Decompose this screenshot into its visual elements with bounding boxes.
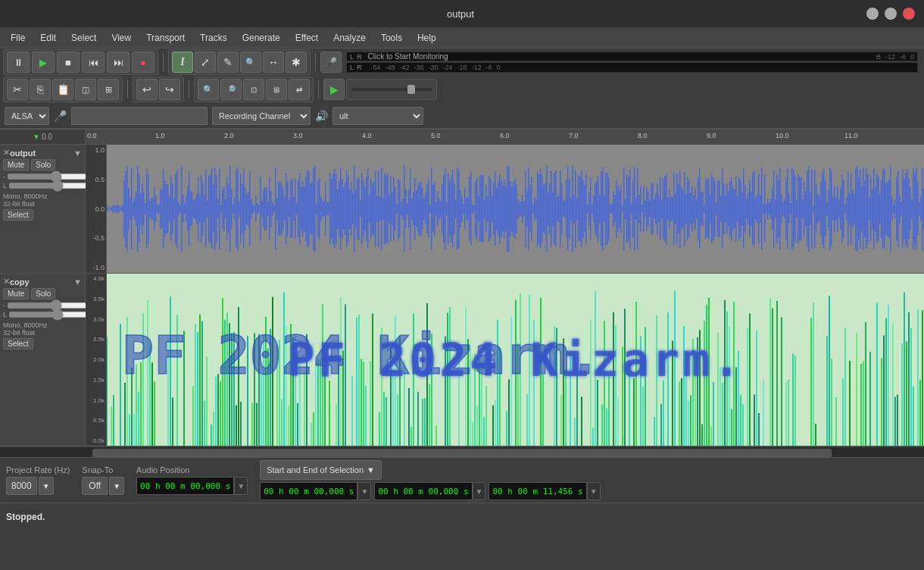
tools-toolbar: I ⤢ ✎ 🔍 ↔ ✱ [168, 49, 311, 75]
playback-device-select[interactable]: ult [332, 107, 423, 125]
track-copy-dropdown[interactable]: ▼ [73, 277, 82, 287]
select-tool-button[interactable]: I [172, 52, 193, 73]
timeline-origin: 0.0 [42, 133, 52, 141]
zoom-in-button[interactable]: 🔍 [198, 79, 219, 100]
timeshift-tool-button[interactable]: ↔ [263, 52, 284, 73]
spectrogram-canvas [107, 274, 924, 446]
selection-duration-time[interactable]: 00 h 00 m 11,456 s [489, 482, 586, 500]
separator1 [163, 53, 164, 71]
toolbar-row2: ✂ ⎘ 📋 ◫ ⊞ ↩ ↪ 🔍 🔎 ⊡ ⊞ ⇄ ▶ [0, 76, 924, 103]
track-copy-info1: Mono, 8000Hz [3, 321, 82, 329]
menu-effect[interactable]: Effect [288, 30, 326, 46]
minimize-button[interactable] [866, 8, 879, 20]
silence-button[interactable]: ⊞ [98, 79, 119, 100]
titlebar: output [0, 0, 924, 27]
undo-button[interactable]: ↩ [136, 79, 158, 100]
device-toolbar: ALSA 🎤 Recording Channel 🔊 ult [0, 103, 924, 129]
track-copy-info2: 32-bit float [3, 329, 82, 337]
cut-button[interactable]: ✂ [7, 79, 28, 100]
track-output-info1: Mono, 8000Hz [3, 193, 82, 200]
track-output-waveform[interactable]: // This will be handled in the populate … [107, 145, 924, 273]
selection-mode-text: Start and End of Selection [267, 465, 364, 474]
track-copy-gain-min: - [3, 302, 5, 309]
separator3 [127, 80, 128, 99]
track-copy-pan-l: L [3, 311, 7, 318]
play-button[interactable]: ▶ [32, 52, 55, 73]
menu-analyze[interactable]: Analyze [326, 30, 373, 46]
close-button[interactable] [903, 8, 915, 20]
selection-duration-dropdown[interactable]: ▼ [587, 482, 601, 500]
zoom-sel-button[interactable]: ⊞ [266, 79, 287, 100]
track-output-close[interactable]: ✕ [3, 148, 10, 158]
audio-position-dropdown[interactable]: ▼ [234, 477, 248, 495]
track-copy-mute[interactable]: Mute [3, 288, 29, 299]
audio-host-select[interactable]: ALSA [5, 107, 49, 125]
multi-tool-button[interactable]: ✱ [286, 52, 307, 73]
redo-button[interactable]: ↪ [159, 79, 180, 100]
recording-channels-select[interactable]: Recording Channel [212, 107, 311, 125]
stop-button[interactable]: ■ [57, 52, 80, 73]
play-at-speed-button[interactable]: ▶ [323, 79, 345, 100]
menu-view[interactable]: View [104, 30, 139, 46]
snap-to-label: Snap-To [82, 465, 124, 474]
record-meter-button[interactable]: 🎤 [320, 52, 342, 73]
menu-select[interactable]: Select [64, 30, 104, 46]
prev-button[interactable]: ⏮ [82, 52, 105, 73]
timeline-track[interactable]: 0.0 1.0 2.0 3.0 4.0 5.0 6.0 7.0 8.0 9.0 … [86, 130, 924, 144]
snap-to-group: Snap-To Off ▼ [82, 465, 124, 495]
menubar: File Edit Select View Transport Tracks G… [0, 27, 924, 49]
selection-mode-dropdown[interactable]: Start and End of Selection ▼ [260, 460, 382, 480]
track-copy-select[interactable]: Select [3, 338, 33, 349]
statusbar: Stopped. [0, 503, 924, 530]
selection-start-dropdown[interactable]: ▼ [357, 482, 371, 500]
track-output-select[interactable]: Select [3, 209, 33, 221]
paste-button[interactable]: 📋 [52, 79, 73, 100]
track-output-dropdown[interactable]: ▼ [73, 149, 82, 158]
fit-zoom-button[interactable]: ⊡ [243, 79, 264, 100]
copy-button[interactable]: ⎘ [30, 79, 51, 100]
selection-start-time[interactable]: 00 h 00 m 00,000 s [260, 482, 357, 500]
horizontal-scrollbar[interactable] [0, 446, 924, 457]
track-output-solo[interactable]: Solo [31, 159, 55, 171]
toolbars: ⏸ ▶ ■ ⏮ ⏭ ● I ⤢ ✎ 🔍 ↔ ✱ 🎤 L R Click to S… [0, 49, 924, 130]
audio-position-time[interactable]: 00 h 00 m 00,000 s [136, 477, 234, 495]
selection-end-dropdown[interactable]: ▼ [473, 482, 486, 500]
trim-button[interactable]: ◫ [75, 79, 96, 100]
selection-end-time[interactable]: 00 h 00 m 00,000 s [374, 482, 472, 500]
maximize-button[interactable] [885, 8, 897, 20]
record-button[interactable]: ● [132, 52, 155, 73]
envelope-tool-button[interactable]: ⤢ [195, 52, 216, 73]
track-output-mute[interactable]: Mute [3, 159, 29, 171]
draw-tool-button[interactable]: ✎ [217, 52, 239, 73]
menu-file[interactable]: File [3, 30, 33, 46]
toolbar-row1: ⏸ ▶ ■ ⏮ ⏭ ● I ⤢ ✎ 🔍 ↔ ✱ 🎤 L R Click to S… [0, 49, 924, 76]
pause-button[interactable]: ⏸ [7, 52, 30, 73]
selection-start-group: 00 h 00 m 00,000 s ▼ [260, 482, 371, 500]
menu-tracks[interactable]: Tracks [192, 30, 235, 46]
project-rate-label: Project Rate (Hz) [6, 465, 70, 474]
menu-tools[interactable]: Tools [373, 30, 410, 46]
zoom-out-button[interactable]: 🔎 [220, 79, 242, 100]
menu-help[interactable]: Help [410, 30, 444, 46]
zoom-tool-button[interactable]: 🔍 [240, 52, 261, 73]
snap-to-value: Off [82, 477, 108, 495]
snap-to-dropdown[interactable]: ▼ [109, 477, 124, 495]
track-copy-controls: ✕ copy ▼ Mute Solo - + L R Mono, 8000Hz … [0, 274, 86, 446]
track-copy-waveform[interactable]: PF 2024 Kizarm. [107, 274, 924, 446]
speed-slider-thumb[interactable] [407, 85, 415, 94]
track-output-name: output [10, 149, 72, 158]
track-copy-close[interactable]: ✕ [3, 277, 10, 287]
track-copy-solo[interactable]: Solo [31, 288, 55, 299]
track-output-info2: 32-bit float [3, 200, 82, 208]
menu-edit[interactable]: Edit [33, 30, 64, 46]
recording-device-input[interactable] [71, 107, 208, 125]
next-button[interactable]: ⏭ [107, 52, 130, 73]
vu-click-monitor[interactable]: Click to Start Monitoring [368, 52, 448, 61]
menu-generate[interactable]: Generate [235, 30, 288, 46]
toggle-zoom-button[interactable]: ⇄ [289, 79, 310, 100]
waveform-canvas1 [107, 145, 924, 273]
separator5 [318, 80, 319, 99]
project-rate-dropdown[interactable]: ▼ [39, 477, 54, 495]
edit-toolbar: ✂ ⎘ 📋 ◫ ⊞ [3, 77, 123, 102]
menu-transport[interactable]: Transport [139, 30, 192, 46]
